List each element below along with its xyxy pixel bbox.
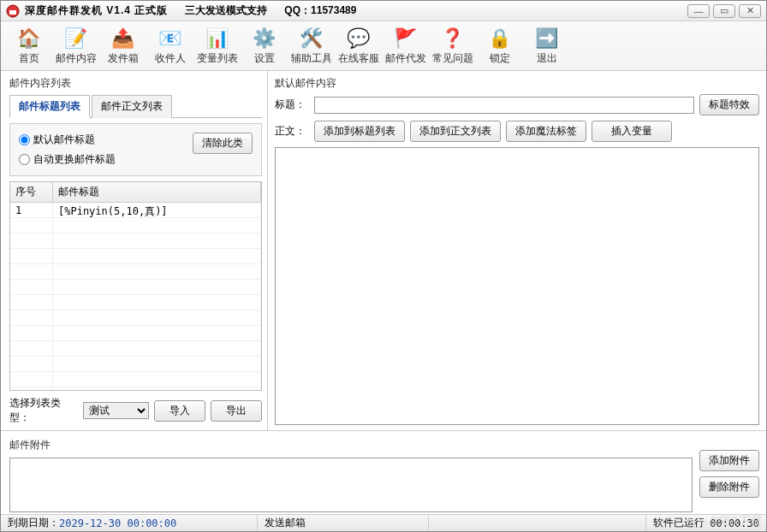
cell-seq	[10, 295, 53, 310]
main-toolbar: 🏠首页📝邮件内容📤发件箱📧收件人📊变量列表⚙️设置🛠️辅助工具💬在线客服🚩邮件代…	[1, 21, 766, 71]
cell-seq: 1	[10, 203, 53, 217]
minimize-button[interactable]: —	[687, 4, 710, 18]
subject-options-box: 默认邮件标题 自动更换邮件标题 清除此类	[9, 123, 262, 176]
tool-label: 首页	[19, 51, 39, 66]
tool-label: 邮件内容	[56, 51, 97, 66]
settings-icon: ⚙️	[253, 27, 276, 50]
cell-seq	[10, 280, 53, 294]
table-row[interactable]	[10, 280, 261, 295]
tab-body-list[interactable]: 邮件正文列表	[92, 95, 172, 118]
left-section-title: 邮件内容列表	[9, 76, 262, 91]
tool-label: 退出	[537, 51, 557, 66]
radio-auto-change-subject[interactable]: 自动更换邮件标题	[19, 152, 116, 167]
tool-settings[interactable]: ⚙️设置	[241, 23, 287, 69]
export-button[interactable]: 导出	[211, 400, 262, 422]
tool-mail-proxy[interactable]: 🚩邮件代发	[383, 23, 428, 69]
tool-online-support[interactable]: 💬在线客服	[336, 23, 381, 69]
cell-subject	[53, 280, 261, 294]
radio-default-subject[interactable]: 默认邮件标题	[19, 133, 116, 147]
import-button[interactable]: 导入	[154, 400, 205, 422]
tool-label: 在线客服	[338, 51, 379, 66]
cell-subject: [%Pinyin(5,10,真)]	[53, 203, 261, 217]
subject-grid[interactable]: 序号 邮件标题 1[%Pinyin(5,10,真)]	[9, 181, 262, 391]
tool-faq[interactable]: ❓常见问题	[430, 23, 475, 69]
cell-seq	[10, 372, 53, 387]
runtime-label: 软件已运行	[653, 516, 705, 530]
tool-aux-tools[interactable]: 🛠️辅助工具	[288, 23, 334, 69]
table-row[interactable]	[10, 218, 261, 233]
titlebar: 深度邮件群发机 V1.4 正式版 三大发送模式支持 QQ：11573489 — …	[1, 1, 766, 21]
table-row[interactable]	[10, 264, 261, 280]
expire-value: 2029-12-30 00:00:00	[59, 517, 176, 529]
attachments-listbox[interactable]	[9, 458, 693, 512]
add-to-body-list-button[interactable]: 添加到正文列表	[410, 121, 501, 142]
table-row[interactable]	[10, 233, 261, 249]
subject-input[interactable]	[314, 97, 694, 114]
table-row[interactable]	[10, 372, 261, 387]
tool-label: 辅助工具	[291, 51, 332, 66]
grid-header-subject[interactable]: 邮件标题	[53, 182, 261, 202]
content-tabs: 邮件标题列表 邮件正文列表	[9, 94, 262, 118]
body-textarea[interactable]	[275, 147, 759, 425]
expire-label: 到期日期：	[8, 516, 59, 530]
add-attachment-button[interactable]: 添加附件	[699, 450, 759, 471]
tool-variables[interactable]: 📊变量列表	[194, 23, 240, 69]
subject-label: 标题：	[275, 98, 309, 112]
cell-subject	[53, 249, 261, 263]
tool-mail-content[interactable]: 📝邮件内容	[53, 23, 98, 69]
body-label: 正文：	[275, 124, 309, 139]
cell-seq	[10, 264, 53, 279]
cell-subject	[53, 326, 261, 340]
table-row[interactable]: 1[%Pinyin(5,10,真)]	[10, 203, 261, 218]
recipients-icon: 📧	[158, 27, 182, 50]
tool-recipients[interactable]: 📧收件人	[147, 23, 193, 69]
tool-exit[interactable]: ➡️退出	[524, 23, 569, 69]
clear-category-button[interactable]: 清除此类	[193, 133, 253, 154]
right-section-title: 默认邮件内容	[275, 76, 759, 91]
runtime-value: 00:00:30	[710, 517, 759, 529]
list-type-select[interactable]: 测试	[83, 402, 149, 419]
maximize-button[interactable]: ▭	[713, 4, 735, 18]
table-row[interactable]	[10, 310, 261, 326]
cell-seq	[10, 341, 53, 356]
close-button[interactable]: ✕	[739, 4, 761, 18]
grid-header-seq[interactable]: 序号	[10, 182, 53, 202]
table-row[interactable]	[10, 357, 261, 372]
table-row[interactable]	[10, 295, 261, 310]
cell-seq	[10, 233, 53, 248]
send-mailbox-label: 发送邮箱	[265, 516, 306, 530]
add-to-subject-list-button[interactable]: 添加到标题列表	[314, 121, 405, 142]
aux-tools-icon: 🛠️	[300, 27, 324, 50]
attachments-label: 邮件附件	[9, 438, 693, 452]
tool-home[interactable]: 🏠首页	[6, 23, 51, 69]
delete-attachment-button[interactable]: 删除附件	[699, 476, 759, 498]
subject-effect-button[interactable]: 标题特效	[699, 94, 759, 115]
cell-subject	[53, 264, 261, 279]
cell-subject	[53, 295, 261, 310]
tool-label: 发件箱	[108, 51, 139, 66]
tool-outbox[interactable]: 📤发件箱	[100, 23, 146, 69]
table-row[interactable]	[10, 341, 261, 357]
table-row[interactable]	[10, 326, 261, 341]
window-qq: QQ：11573489	[284, 3, 356, 18]
table-row[interactable]	[10, 249, 261, 264]
tool-label: 变量列表	[197, 51, 238, 66]
cell-seq	[10, 249, 53, 263]
window-title: 深度邮件群发机 V1.4 正式版	[25, 3, 168, 18]
mail-proxy-icon: 🚩	[394, 27, 418, 50]
cell-seq	[10, 357, 53, 371]
cell-subject	[53, 387, 261, 390]
variables-icon: 📊	[205, 27, 229, 50]
outbox-icon: 📤	[111, 27, 135, 50]
add-magic-tag-button[interactable]: 添加魔法标签	[506, 121, 586, 142]
insert-variable-button[interactable]: 插入变量	[592, 121, 672, 142]
cell-subject	[53, 372, 261, 387]
cell-subject	[53, 233, 261, 248]
cell-seq	[10, 218, 53, 233]
cell-seq	[10, 310, 53, 325]
svg-rect-1	[9, 10, 16, 15]
tab-subject-list[interactable]: 邮件标题列表	[9, 95, 90, 118]
table-row[interactable]	[10, 387, 261, 390]
list-type-label: 选择列表类型：	[9, 396, 78, 425]
tool-lock[interactable]: 🔒锁定	[477, 23, 522, 69]
